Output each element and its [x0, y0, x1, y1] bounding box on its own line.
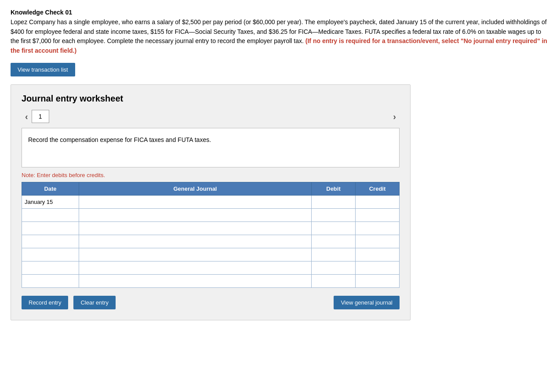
debit-input-0[interactable]: [312, 196, 355, 208]
debit-cell-6[interactable]: [312, 274, 356, 287]
debit-cell-2[interactable]: [312, 221, 356, 235]
table-row: [22, 274, 400, 287]
knowledge-check-section: Knowledge Check 01 Lopez Company has a s…: [11, 9, 549, 56]
instruction-box: Record the compensation expense for FICA…: [22, 128, 400, 167]
debit-cell-0[interactable]: [312, 195, 356, 208]
next-tab-button[interactable]: ›: [389, 110, 400, 123]
nav-tabs-row: ‹ 1 ›: [22, 110, 400, 123]
debit-cell-3[interactable]: [312, 235, 356, 248]
record-entry-button[interactable]: Record entry: [22, 296, 68, 309]
journal-cell-1[interactable]: [79, 208, 312, 221]
journal-input-0[interactable]: [79, 196, 311, 208]
worksheet-title: Journal entry worksheet: [22, 94, 400, 104]
debit-cell-1[interactable]: [312, 208, 356, 221]
date-cell-4: [22, 248, 79, 261]
table-row: [22, 235, 400, 248]
header-credit: Credit: [356, 182, 400, 195]
date-cell-0: January 15: [22, 195, 79, 208]
instruction-text: Record the compensation expense for FICA…: [28, 136, 211, 143]
journal-input-4[interactable]: [79, 248, 311, 261]
worksheet-container: Journal entry worksheet ‹ 1 › Record the…: [11, 84, 411, 320]
credit-input-5[interactable]: [356, 261, 399, 274]
journal-input-1[interactable]: [79, 209, 311, 221]
journal-cell-3[interactable]: [79, 235, 312, 248]
knowledge-check-body: Lopez Company has a single employee, who…: [11, 18, 549, 56]
credit-cell-0[interactable]: [356, 195, 400, 208]
debit-input-6[interactable]: [312, 275, 355, 287]
view-general-journal-button[interactable]: View general journal: [334, 296, 400, 309]
journal-input-3[interactable]: [79, 235, 311, 248]
journal-cell-4[interactable]: [79, 248, 312, 261]
journal-cell-0[interactable]: [79, 195, 312, 208]
debit-input-4[interactable]: [312, 248, 355, 261]
prev-tab-button[interactable]: ‹: [22, 110, 32, 123]
journal-cell-6[interactable]: [79, 274, 312, 287]
credit-input-2[interactable]: [356, 222, 399, 235]
credit-cell-4[interactable]: [356, 248, 400, 261]
header-date: Date: [22, 182, 79, 195]
debit-input-5[interactable]: [312, 261, 355, 274]
journal-cell-5[interactable]: [79, 261, 312, 274]
credit-cell-1[interactable]: [356, 208, 400, 221]
credit-input-0[interactable]: [356, 196, 399, 208]
credit-cell-5[interactable]: [356, 261, 400, 274]
clear-entry-button[interactable]: Clear entry: [73, 296, 116, 309]
credit-input-4[interactable]: [356, 248, 399, 261]
debit-input-2[interactable]: [312, 222, 355, 235]
table-row: [22, 221, 400, 235]
note-text: Note: Enter debits before credits.: [22, 172, 400, 178]
journal-cell-2[interactable]: [79, 221, 312, 235]
date-cell-2: [22, 221, 79, 235]
buttons-row: Record entry Clear entry View general jo…: [22, 296, 400, 309]
date-cell-1: [22, 208, 79, 221]
journal-input-6[interactable]: [79, 275, 311, 287]
header-general-journal: General Journal: [79, 182, 312, 195]
credit-cell-6[interactable]: [356, 274, 400, 287]
date-cell-5: [22, 261, 79, 274]
debit-input-1[interactable]: [312, 209, 355, 221]
journal-input-5[interactable]: [79, 261, 311, 274]
table-row: [22, 208, 400, 221]
date-cell-3: [22, 235, 79, 248]
debit-cell-4[interactable]: [312, 248, 356, 261]
credit-cell-2[interactable]: [356, 221, 400, 235]
debit-input-3[interactable]: [312, 235, 355, 248]
date-cell-6: [22, 274, 79, 287]
view-transaction-button[interactable]: View transaction list: [11, 63, 75, 76]
journal-table: Date General Journal Debit Credit Januar…: [22, 182, 400, 288]
credit-input-3[interactable]: [356, 235, 399, 248]
credit-cell-3[interactable]: [356, 235, 400, 248]
credit-input-6[interactable]: [356, 275, 399, 287]
table-row: January 15: [22, 195, 400, 208]
credit-input-1[interactable]: [356, 209, 399, 221]
debit-cell-5[interactable]: [312, 261, 356, 274]
table-row: [22, 248, 400, 261]
knowledge-check-title: Knowledge Check 01: [11, 9, 549, 16]
header-debit: Debit: [312, 182, 356, 195]
tab-number: 1: [32, 110, 49, 123]
table-row: [22, 261, 400, 274]
journal-input-2[interactable]: [79, 222, 311, 235]
